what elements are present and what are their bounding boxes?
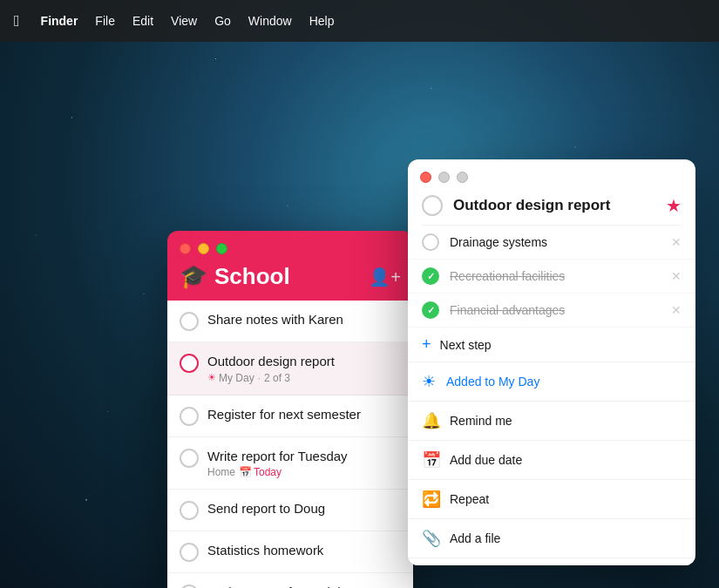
traffic-light-maximize[interactable] [216, 243, 227, 254]
subtask-title-3: Financial advantages [450, 303, 661, 317]
apple-menu[interactable]:  [14, 12, 20, 30]
detail-bottom [408, 558, 695, 565]
menubar-edit[interactable]: Edit [132, 14, 153, 28]
task-title-6: Statistics homework [207, 542, 401, 559]
task-item-register[interactable]: Register for next semester [167, 395, 413, 437]
my-day-section[interactable]: ☀ Added to My Day [408, 362, 695, 402]
task-count: 2 of 3 [264, 372, 290, 384]
subtask-check-3[interactable]: ✓ [422, 301, 439, 319]
subtask-remove-3[interactable]: ✕ [671, 303, 682, 317]
task-item-send-report[interactable]: Send report to Doug [167, 490, 413, 531]
task-circle-3[interactable] [180, 407, 199, 426]
menubar:  Finder File Edit View Go Window Help [0, 0, 719, 42]
task-circle-7[interactable] [180, 585, 199, 588]
school-window: 🎓 School 👤+ Share notes with Karen Outdo… [167, 231, 413, 588]
calendar-icon: 📅 [239, 466, 252, 478]
repeat-icon: 🔁 [422, 490, 439, 509]
remind-me-label: Remind me [450, 414, 512, 428]
desktop:  Finder File Edit View Go Window Help 🎓… [0, 0, 719, 588]
my-day-added-text: Added to My Day [446, 375, 539, 389]
task-title-1: Share notes with Karen [207, 311, 401, 328]
detail-sun-icon: ☀ [422, 372, 436, 391]
detail-minimize-button[interactable] [438, 172, 450, 183]
detail-titlebar [408, 159, 695, 183]
task-circle-5[interactable] [180, 501, 199, 520]
today-badge: 📅 Today [239, 466, 281, 478]
task-subtitle-2: ☀ My Day · 2 of 3 [207, 372, 401, 384]
task-item-statistics[interactable]: Statistics homework [167, 531, 413, 573]
subtask-circle-1[interactable] [422, 233, 439, 251]
add-step-button[interactable]: + Next step [408, 328, 695, 362]
add-step-label: Next step [440, 338, 492, 352]
task-title-7: Gather group for sociology pro... [207, 584, 401, 588]
task-content-7: Gather group for sociology pro... [207, 584, 401, 588]
school-window-title: School [214, 263, 290, 290]
my-day-indicator: ☀ My Day [207, 372, 254, 384]
subtask-remove-1[interactable]: ✕ [671, 235, 682, 249]
task-content-2: Outdoor design report ☀ My Day · 2 of 3 [207, 353, 401, 384]
traffic-light-close[interactable] [180, 243, 191, 254]
task-list: Share notes with Karen Outdoor design re… [167, 301, 413, 588]
task-content-3: Register for next semester [207, 406, 401, 423]
school-emoji-icon: 🎓 [180, 263, 207, 290]
repeat-row[interactable]: 🔁 Repeat [408, 480, 695, 519]
paperclip-icon: 📎 [422, 529, 439, 548]
bell-icon: 🔔 [422, 411, 439, 430]
add-file-row[interactable]: 📎 Add a file [408, 519, 695, 558]
subtask-remove-2[interactable]: ✕ [671, 269, 682, 283]
today-text: Today [254, 466, 281, 478]
task-item-share-notes[interactable]: Share notes with Karen [167, 301, 413, 342]
star-icon[interactable]: ★ [666, 195, 682, 216]
add-due-date-row[interactable]: 📅 Add due date [408, 441, 695, 480]
subtask-item-drainage[interactable]: Drainage systems ✕ [408, 226, 695, 260]
task-content-6: Statistics homework [207, 542, 401, 559]
detail-maximize-button[interactable] [457, 172, 468, 183]
subtask-title-2: Recreational facilities [450, 269, 661, 283]
detail-close-button[interactable] [420, 172, 431, 183]
calendar-icon-detail: 📅 [422, 450, 439, 470]
traffic-light-minimize[interactable] [198, 243, 209, 254]
school-header: 🎓 School 👤+ [167, 254, 413, 301]
menubar-file[interactable]: File [95, 14, 115, 28]
task-circle-2[interactable] [180, 354, 199, 373]
menubar-help[interactable]: Help [309, 14, 335, 28]
task-content-5: Send report to Doug [207, 500, 401, 517]
home-label: Home [207, 466, 235, 478]
detail-panel: Outdoor design report ★ Drainage systems… [408, 159, 695, 565]
task-subtitle-4: Home 📅 Today [207, 466, 401, 478]
task-title-4: Write report for Tuesday [207, 448, 401, 465]
task-title-3: Register for next semester [207, 406, 401, 423]
detail-main-task[interactable]: Outdoor design report ★ [408, 183, 695, 225]
task-circle-4[interactable] [180, 449, 199, 468]
detail-main-circle[interactable] [422, 195, 443, 216]
subtask-title-1: Drainage systems [450, 235, 661, 249]
task-title-2: Outdoor design report [207, 353, 401, 370]
task-content-1: Share notes with Karen [207, 311, 401, 328]
menubar-go[interactable]: Go [214, 14, 231, 28]
subtask-item-recreational[interactable]: ✓ Recreational facilities ✕ [408, 260, 695, 294]
subtask-item-financial[interactable]: ✓ Financial advantages ✕ [408, 294, 695, 328]
menubar-view[interactable]: View [171, 14, 197, 28]
task-item-gather-group[interactable]: Gather group for sociology pro... [167, 573, 413, 588]
plus-icon: + [422, 335, 431, 354]
task-item-write-report[interactable]: Write report for Tuesday Home 📅 Today [167, 437, 413, 490]
task-item-outdoor-design[interactable]: Outdoor design report ☀ My Day · 2 of 3 [167, 342, 413, 395]
school-title-group: 🎓 School [180, 263, 290, 290]
menubar-window[interactable]: Window [248, 14, 292, 28]
task-content-4: Write report for Tuesday Home 📅 Today [207, 448, 401, 479]
menubar-finder[interactable]: Finder [41, 14, 78, 28]
separator: · [258, 372, 261, 384]
repeat-label: Repeat [450, 492, 489, 506]
task-title-5: Send report to Doug [207, 500, 401, 517]
school-titlebar [167, 231, 413, 254]
subtask-check-2[interactable]: ✓ [422, 267, 439, 285]
share-icon[interactable]: 👤+ [369, 267, 401, 287]
detail-main-title: Outdoor design report [453, 197, 655, 214]
add-file-label: Add a file [450, 531, 500, 545]
my-day-label: My Day [219, 372, 254, 384]
add-due-date-label: Add due date [450, 453, 522, 467]
remind-me-row[interactable]: 🔔 Remind me [408, 402, 695, 441]
task-circle-1[interactable] [180, 312, 199, 331]
task-circle-6[interactable] [180, 543, 199, 562]
sun-icon: ☀ [207, 372, 216, 383]
